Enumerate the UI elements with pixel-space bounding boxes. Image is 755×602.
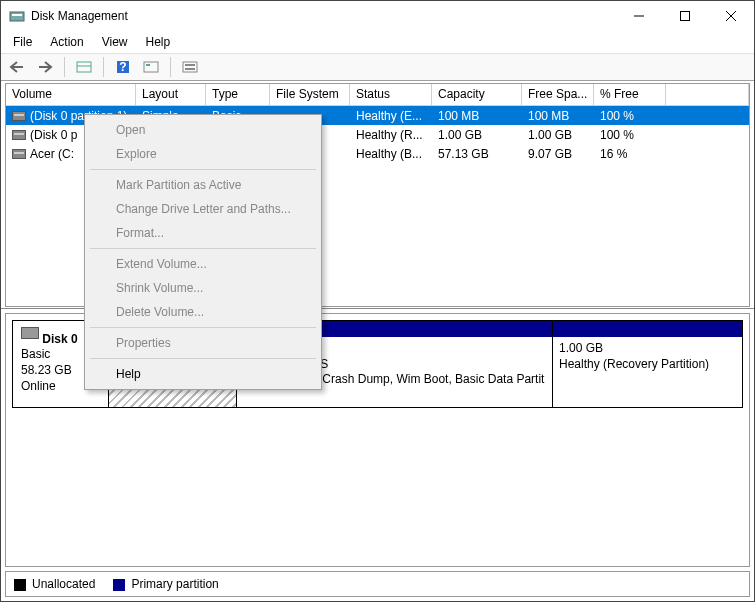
menu-help[interactable]: Help [138, 33, 179, 51]
partition[interactable]: 1.00 GBHealthy (Recovery Partition) [553, 320, 743, 408]
legend-swatch-primary [113, 579, 125, 591]
svg-rect-6 [77, 62, 91, 72]
column-layout[interactable]: Layout [136, 84, 206, 106]
window-title: Disk Management [31, 9, 616, 23]
column-status[interactable]: Status [350, 84, 432, 106]
svg-rect-3 [681, 12, 690, 21]
svg-rect-11 [146, 64, 150, 66]
context-item-change-drive-letter-and-paths: Change Drive Letter and Paths... [88, 197, 318, 221]
context-item-explore: Explore [88, 142, 318, 166]
legend-primary: Primary partition [131, 577, 218, 591]
volume-icon [12, 111, 26, 121]
legend: Unallocated Primary partition [5, 571, 750, 597]
view-icon-2[interactable] [178, 56, 202, 78]
app-icon [9, 8, 25, 24]
close-button[interactable] [708, 1, 754, 31]
help-icon[interactable]: ? [111, 56, 135, 78]
back-button[interactable] [5, 56, 29, 78]
context-item-help[interactable]: Help [88, 362, 318, 386]
volume-icon [12, 149, 26, 159]
menu-action[interactable]: Action [42, 33, 91, 51]
column-fs[interactable]: File System [270, 84, 350, 106]
forward-button[interactable] [33, 56, 57, 78]
svg-rect-13 [185, 64, 195, 66]
menu-file[interactable]: File [5, 33, 40, 51]
context-item-extend-volume: Extend Volume... [88, 252, 318, 276]
menu-view[interactable]: View [94, 33, 136, 51]
disk-name: Disk 0 [42, 332, 77, 346]
context-item-format: Format... [88, 221, 318, 245]
column-volume[interactable]: Volume [6, 84, 136, 106]
column-capacity[interactable]: Capacity [432, 84, 522, 106]
context-item-delete-volume: Delete Volume... [88, 300, 318, 324]
context-menu[interactable]: OpenExploreMark Partition as ActiveChang… [84, 114, 322, 390]
legend-unallocated: Unallocated [32, 577, 95, 591]
properties-icon[interactable] [72, 56, 96, 78]
svg-rect-10 [144, 62, 158, 72]
svg-rect-14 [185, 68, 195, 70]
disk-hw-icon [21, 327, 39, 339]
legend-swatch-unallocated [14, 579, 26, 591]
svg-rect-1 [12, 14, 22, 16]
view-icon-1[interactable] [139, 56, 163, 78]
svg-text:?: ? [119, 60, 126, 74]
volume-icon [12, 130, 26, 140]
column-type[interactable]: Type [206, 84, 270, 106]
minimize-button[interactable] [616, 1, 662, 31]
column-pfree[interactable]: % Free [594, 84, 666, 106]
context-item-shrink-volume: Shrink Volume... [88, 276, 318, 300]
column-free[interactable]: Free Spa... [522, 84, 594, 106]
maximize-button[interactable] [662, 1, 708, 31]
context-item-open: Open [88, 118, 318, 142]
titlebar[interactable]: Disk Management [1, 1, 754, 31]
context-item-mark-partition-as-active: Mark Partition as Active [88, 173, 318, 197]
volume-columns-header[interactable]: VolumeLayoutTypeFile SystemStatusCapacit… [6, 84, 749, 106]
toolbar: ? [1, 53, 754, 81]
context-item-properties: Properties [88, 331, 318, 355]
svg-rect-0 [10, 12, 24, 21]
menubar: FileActionViewHelp [1, 31, 754, 53]
svg-rect-12 [183, 62, 197, 72]
